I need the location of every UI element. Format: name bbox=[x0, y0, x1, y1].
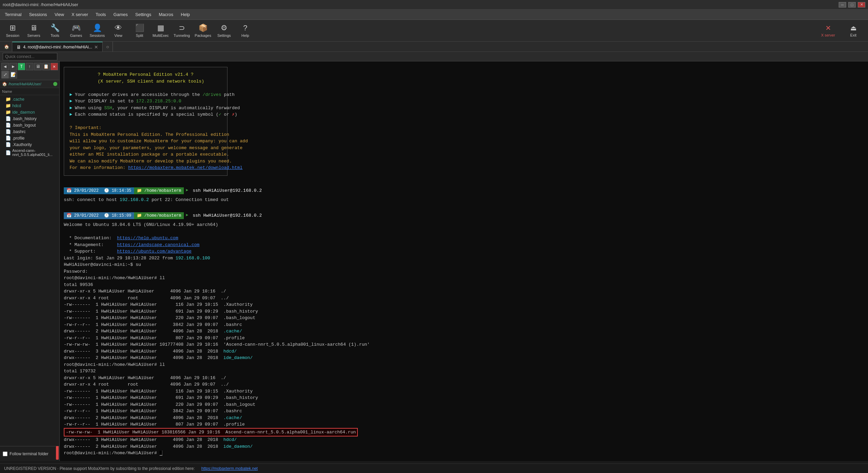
toolbar-split-button[interactable]: ⬛ Split bbox=[130, 21, 149, 40]
terminal-area[interactable]: ? MobaXterm Personal Edition v21.4 ? (X … bbox=[60, 61, 868, 461]
toolbar-multiexec-label: MultiExec bbox=[152, 33, 169, 38]
mobaxterm-link[interactable]: https://mobaxterm.mobatek.net/download.h… bbox=[128, 165, 242, 170]
menu-tools[interactable]: Tools bbox=[92, 11, 109, 18]
sidebar-btn-4[interactable]: ↑ bbox=[26, 63, 33, 70]
tree-item-bash-logout[interactable]: 📄 .bash_logout bbox=[0, 122, 59, 128]
follow-terminal-label: Follow terminal folder bbox=[10, 452, 48, 456]
listing1-line8: -rw-r--r-- 1 HwHiAiUser HwHiAiUser 807 J… bbox=[64, 335, 864, 342]
menu-games[interactable]: Games bbox=[110, 11, 131, 18]
tree-item-label: ide_daemon bbox=[12, 110, 35, 115]
toolbar-games-button[interactable]: 🎮 Games bbox=[66, 21, 86, 40]
prompt-root-ll1: root@davinci-mini:/home/HwHiAiUser# ll bbox=[64, 275, 864, 282]
session2-prompt: 📅 29/01/2022 🕐 18:15:09 📁 /home/mobaxter… bbox=[64, 211, 864, 220]
tree-item-label: Ascend-cann-nnrt_5.0.5.alpha001_li... bbox=[12, 148, 57, 157]
menu-terminal[interactable]: Terminal bbox=[1, 11, 25, 18]
session-icon: ⊞ bbox=[10, 24, 16, 32]
listing1-line11: drwx------ 2 HwHiAiUser HwHiAiUser 4096 … bbox=[64, 355, 864, 361]
toolbar-session-button[interactable]: ⊞ Session bbox=[3, 21, 23, 40]
sidebar-btn-5[interactable]: 🖥 bbox=[34, 63, 42, 70]
toolbar-packages-button[interactable]: 📦 Packages bbox=[193, 21, 213, 40]
tree-item-profile[interactable]: 📄 .profile bbox=[0, 135, 59, 141]
tree-item-xauthority[interactable]: 📄 .Xauthority bbox=[0, 141, 59, 148]
toolbar-tools-button[interactable]: 🔧 Tools bbox=[45, 21, 65, 40]
home-tab[interactable]: 🏠 bbox=[1, 42, 12, 52]
mgmt-link[interactable]: https://landscape.canonical.com bbox=[117, 242, 200, 247]
tree-item-label: hdcd bbox=[12, 103, 21, 108]
scroll-indicator bbox=[56, 446, 59, 460]
terminal-tab-2[interactable]: ○ bbox=[103, 42, 113, 52]
toolbar-exit-button[interactable]: ⏏ Exit bbox=[841, 21, 865, 40]
packages-icon: 📦 bbox=[198, 24, 208, 32]
session1-cmd: ssh HwHiAiUser@192.168.0.2 bbox=[190, 187, 265, 195]
tree-item-cache[interactable]: 📁 .cache bbox=[0, 96, 59, 102]
toolbar-tunneling-button[interactable]: ⊃ Tunneling bbox=[172, 21, 192, 40]
prompt-hwhi: HwHiAiUser@davinci-mini:~$ su bbox=[64, 261, 864, 268]
tree-item-bashrc[interactable]: 📄 .bashrc bbox=[0, 128, 59, 135]
tree-item-hdcd[interactable]: 📁 hdcd bbox=[0, 102, 59, 109]
docs-link[interactable]: https://help.ubuntu.com bbox=[117, 235, 178, 241]
tree-item-ide-daemon[interactable]: 📁 ide_daemon bbox=[0, 109, 59, 115]
tree-item-bash-history[interactable]: 📄 .bash_history bbox=[0, 115, 59, 122]
mobatek-link[interactable]: https://mobaxterm.mobatek.net bbox=[201, 466, 258, 471]
toolbar-settings-button[interactable]: ⚙ Settings bbox=[214, 21, 234, 40]
follow-terminal-checkbox[interactable] bbox=[3, 452, 8, 456]
sidebar-btn-7[interactable]: ✕ bbox=[50, 63, 58, 70]
status-bar: UNREGISTERED VERSION · Please support Mo… bbox=[0, 463, 868, 473]
terminal-tab-1[interactable]: 🖥 4. root@davinci-mini: /home/HwHiAi... … bbox=[12, 42, 103, 52]
tab-label-1: 4. root@davinci-mini: /home/HwHiAi... bbox=[23, 45, 92, 49]
name-column-header: Name bbox=[2, 89, 12, 94]
toolbar: ⊞ Session 🖥 Servers 🔧 Tools 🎮 Games 👤 Se… bbox=[0, 20, 868, 42]
sidebar-btn-9[interactable]: 📝 bbox=[10, 71, 17, 78]
sidebar-btn-1[interactable]: ◀ bbox=[1, 63, 9, 70]
spacer2 bbox=[64, 203, 864, 210]
toolbar-sessions-button[interactable]: 👤 Sessions bbox=[87, 21, 107, 40]
sidebar-btn-2[interactable]: ▶ bbox=[10, 63, 17, 70]
toolbar-help-button[interactable]: ? Help bbox=[235, 21, 255, 40]
toolbar-sessions-label: Sessions bbox=[90, 33, 105, 38]
tools-icon: 🔧 bbox=[50, 24, 60, 32]
welcome-spacer2 bbox=[70, 118, 222, 125]
toolbar-servers-label: Servers bbox=[27, 33, 40, 38]
multiexec-icon: ▦ bbox=[157, 24, 164, 32]
sidebar-btn-6[interactable]: 📋 bbox=[42, 63, 50, 70]
welcome-feature4: ► Each command status is specified by a … bbox=[70, 111, 222, 118]
sidebar-btn-8[interactable]: ⤢ bbox=[1, 71, 9, 78]
tree-item-label: .bashrc bbox=[12, 129, 26, 134]
menu-settings[interactable]: Settings bbox=[132, 11, 155, 18]
docs-line: * Documentation: https://help.ubuntu.com bbox=[64, 235, 864, 242]
sidebar: ◀ ▶ T ↑ 🖥 📋 ✕ ⤢ 📝 🏠 /home/HwHiAiUser/ Na… bbox=[0, 61, 60, 461]
menu-macros[interactable]: Macros bbox=[155, 11, 177, 18]
last-login: Last login: Sat Jan 29 10:13:28 2022 fro… bbox=[64, 255, 864, 262]
menu-sessions[interactable]: Sessions bbox=[26, 11, 50, 18]
listing2-line2: drwxr-xr-x 4 root root 4096 Jan 29 09:07… bbox=[64, 381, 864, 388]
window-controls: ─ □ ✕ bbox=[839, 2, 865, 8]
toolbar-view-button[interactable]: 👁 View bbox=[108, 21, 128, 40]
menu-xserver[interactable]: X server bbox=[68, 11, 91, 18]
tree-item-ascend[interactable]: 📄 Ascend-cann-nnrt_5.0.5.alpha001_li... bbox=[0, 148, 59, 157]
menu-view[interactable]: View bbox=[51, 11, 68, 18]
toolbar-servers-button[interactable]: 🖥 Servers bbox=[24, 21, 44, 40]
menu-bar: Terminal Sessions View X server Tools Ga… bbox=[0, 10, 868, 20]
spacer3 bbox=[64, 228, 864, 235]
maximize-button[interactable]: □ bbox=[848, 2, 856, 8]
toolbar-multiexec-button[interactable]: ▦ MultiExec bbox=[151, 21, 171, 40]
listing1-line2: drwxr-xr-x 4 root root 4096 Jan 29 09:07… bbox=[64, 295, 864, 302]
listing2-line1: drwxr-xr-x 5 HwHiAiUser HwHiAiUser 4096 … bbox=[64, 375, 864, 382]
tree-item-label: .profile bbox=[12, 136, 25, 141]
sidebar-btn-3[interactable]: T bbox=[18, 63, 25, 70]
support-link[interactable]: https://ubuntu.com/advantage bbox=[117, 249, 191, 254]
listing2-line4: -rw------- 1 HwHiAiUser HwHiAiUser 691 J… bbox=[64, 395, 864, 401]
welcome-important-label: ? Important: bbox=[70, 125, 222, 131]
menu-help[interactable]: Help bbox=[177, 11, 193, 18]
folder-icon: 📁 bbox=[5, 97, 11, 102]
tab-close-button-1[interactable]: ✕ bbox=[94, 44, 98, 50]
toolbar-xserver-button[interactable]: ✕ X server bbox=[816, 21, 840, 40]
minimize-button[interactable]: ─ bbox=[839, 2, 846, 8]
listing2-line6: -rw-r--r-- 1 HwHiAiUser HwHiAiUser 3842 … bbox=[64, 408, 864, 415]
quick-connect-input[interactable] bbox=[3, 53, 57, 60]
session1-prompt: 📅 29/01/2022 🕐 18:14:35 📁 /home/mobaxter… bbox=[64, 186, 864, 195]
listing2-line10: drwx------ 3 HwHiAiUser HwHiAiUser 4096 … bbox=[64, 436, 864, 443]
folder-icon: 📁 bbox=[5, 103, 11, 108]
welcome-important2: will allow you to customize MobaXterm fo… bbox=[70, 138, 222, 145]
close-button[interactable]: ✕ bbox=[858, 2, 865, 8]
